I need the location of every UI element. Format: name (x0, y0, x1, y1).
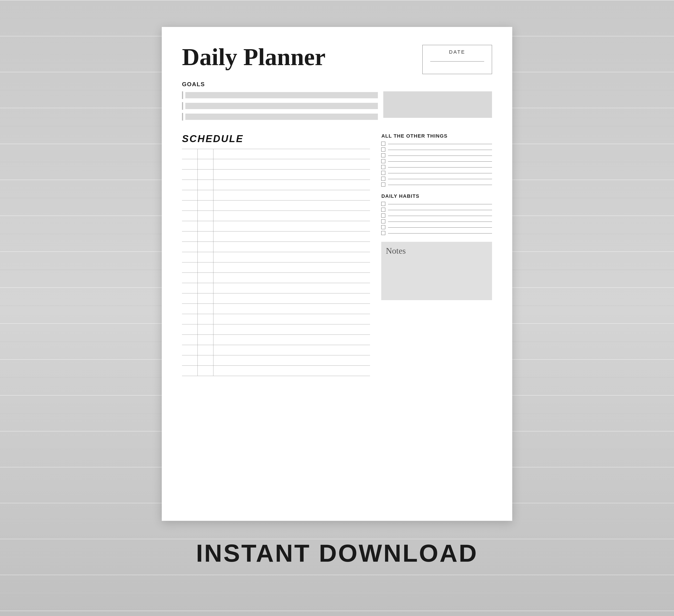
event-cell (213, 263, 370, 273)
time-cell (182, 304, 198, 314)
goals-line-2 (182, 102, 378, 110)
schedule-row (182, 263, 370, 273)
date-box: DATE (422, 45, 492, 74)
event-cell (213, 169, 370, 180)
time-cell (182, 314, 198, 324)
goals-content (182, 92, 492, 124)
all-other-things-list (381, 142, 492, 186)
schedule-row (182, 200, 370, 211)
checkbox[interactable] (381, 171, 385, 175)
time-cell (182, 273, 198, 283)
time-cell2 (198, 252, 213, 262)
time-cell (182, 324, 198, 334)
event-cell (213, 180, 370, 190)
event-cell (213, 159, 370, 169)
time-cell2 (198, 211, 213, 221)
schedule-row (182, 324, 370, 335)
check-line (388, 173, 492, 173)
checklist-item (381, 153, 492, 157)
time-cell (182, 335, 198, 345)
goals-line-1 (182, 92, 378, 99)
all-other-things-section: ALL THE OTHER THINGS (381, 133, 492, 186)
event-cell (213, 232, 370, 242)
time-cell (182, 221, 198, 231)
checkbox[interactable] (381, 148, 385, 152)
time-cell (182, 190, 198, 200)
checkbox[interactable] (381, 165, 385, 169)
schedule-row (182, 190, 370, 200)
checkbox[interactable] (381, 153, 385, 157)
event-cell (213, 200, 370, 210)
event-cell (213, 355, 370, 365)
goals-tick-2 (182, 102, 183, 110)
event-cell (213, 304, 370, 314)
goals-line-3 (182, 113, 378, 121)
planner-title: Daily Planner (182, 45, 326, 69)
checkbox[interactable] (381, 225, 385, 229)
time-cell2 (198, 169, 213, 180)
checklist-item (381, 208, 492, 212)
schedule-col: SCHEDULE (182, 133, 370, 376)
event-cell (213, 324, 370, 334)
checkbox[interactable] (381, 231, 385, 235)
page-container: Daily Planner DATE GOALS (0, 27, 674, 567)
date-line (430, 61, 484, 61)
checklist-item (381, 171, 492, 175)
goals-section: GOALS (182, 81, 492, 124)
checklist-item (381, 213, 492, 217)
checkbox[interactable] (381, 142, 385, 146)
time-cell2 (198, 190, 213, 200)
check-line (388, 150, 492, 150)
event-cell (213, 149, 370, 159)
time-cell2 (198, 242, 213, 252)
check-line (388, 210, 492, 210)
event-cell (213, 314, 370, 324)
main-content: SCHEDULE (182, 133, 492, 376)
time-cell2 (198, 180, 213, 190)
checkbox[interactable] (381, 213, 385, 217)
time-cell2 (198, 304, 213, 314)
goals-bar-2 (185, 103, 378, 109)
notes-box: Notes (381, 242, 492, 300)
check-line (388, 233, 492, 234)
time-cell2 (198, 149, 213, 159)
schedule-header: SCHEDULE (182, 133, 370, 144)
time-cell2 (198, 263, 213, 273)
checkbox[interactable] (381, 182, 385, 186)
check-line (388, 185, 492, 185)
checkbox[interactable] (381, 202, 385, 206)
time-cell2 (198, 232, 213, 242)
event-cell (213, 283, 370, 293)
schedule-row (182, 355, 370, 366)
daily-habits-title: DAILY HABITS (381, 193, 492, 199)
event-cell (213, 211, 370, 221)
schedule-row (182, 283, 370, 293)
time-cell2 (198, 283, 213, 293)
event-cell (213, 273, 370, 283)
schedule-row (182, 180, 370, 190)
time-cell2 (198, 366, 213, 376)
time-cell2 (198, 293, 213, 304)
daily-habits-list (381, 202, 492, 235)
schedule-row (182, 169, 370, 180)
notes-label: Notes (386, 246, 487, 256)
schedule-row (182, 345, 370, 355)
checkbox[interactable] (381, 159, 385, 163)
checkbox[interactable] (381, 177, 385, 181)
time-cell2 (198, 335, 213, 345)
time-cell2 (198, 345, 213, 355)
schedule-row (182, 335, 370, 345)
schedule-row (182, 221, 370, 232)
planner-card: Daily Planner DATE GOALS (162, 27, 512, 521)
checkbox[interactable] (381, 219, 385, 223)
goals-tick-3 (182, 113, 183, 121)
checkbox[interactable] (381, 208, 385, 212)
schedule-row (182, 252, 370, 263)
checklist-item (381, 225, 492, 229)
checklist-item (381, 148, 492, 152)
goals-bar-1 (185, 92, 378, 98)
event-cell (213, 221, 370, 231)
goals-image-placeholder (383, 92, 492, 118)
time-cell (182, 263, 198, 273)
schedule-row (182, 149, 370, 159)
